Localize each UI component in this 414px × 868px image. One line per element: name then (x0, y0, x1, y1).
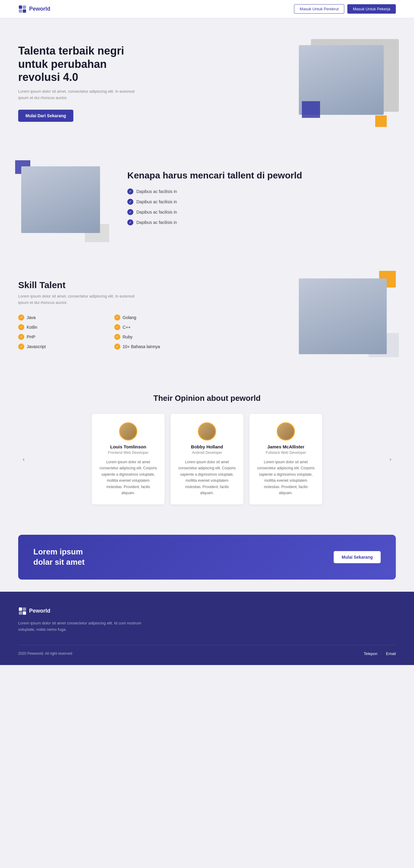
skill-item-cpp: ✓ C++ (114, 324, 198, 330)
svg-rect-6 (19, 611, 22, 615)
hero-text: Talenta terbaik negri untuk perubahan re… (18, 44, 146, 122)
list-item: ✓ Dapibus ac facilisis in (127, 188, 396, 194)
footer-description: Lorem ipsum dolor sit amet consectetur a… (18, 620, 146, 633)
cta-title: Lorem ipsumdolar sit amet (33, 547, 85, 567)
skill-label-more: 10+ Bahasa lainnya (123, 344, 160, 349)
footer-links: Telepon Email (364, 651, 396, 656)
brand-name: Peworld (29, 6, 50, 12)
why-item-1: Dapibus ac facilisis in (137, 189, 177, 194)
list-item: ✓ Dapibus ac facilisis in (127, 209, 396, 215)
skill-item-javascript: ✓ Javascript (18, 344, 102, 350)
check-icon-2: ✓ (127, 199, 134, 205)
carousel-next-button[interactable]: › (385, 454, 396, 465)
skill-check-kotlin: ✓ (18, 324, 24, 330)
testimonial-role-2: Android Developer (178, 451, 236, 455)
cta-section: Lorem ipsumdolar sit amet Mulai Sekarang (0, 523, 414, 592)
testimonial-name-2: Bobby Holland (178, 444, 236, 449)
hero-accent-purple (302, 101, 320, 118)
why-list: ✓ Dapibus ac facilisis in ✓ Dapibus ac f… (127, 188, 396, 225)
why-section: Kenapa harus mencari tallent di peworld … (0, 145, 414, 254)
skill-check-more: ✓ (114, 344, 120, 350)
check-icon-4: ✓ (127, 219, 134, 225)
footer-copyright: 2020 Pewworld. All right reserved (18, 651, 72, 656)
skill-item-ruby: ✓ Ruby (114, 334, 198, 340)
testimonial-text-2: Lorem ipsum dolor sit amet consectetur a… (178, 459, 236, 496)
svg-rect-0 (19, 5, 22, 9)
cta-box: Lorem ipsumdolar sit amet Mulai Sekarang (18, 535, 396, 580)
login-recruiter-button[interactable]: Masuk Untuk Perekrut (294, 4, 345, 13)
list-item: ✓ Dapibus ac facilisis in (127, 219, 396, 225)
carousel-prev-button[interactable]: ‹ (18, 454, 29, 465)
skill-label-golang: Golang (123, 315, 137, 320)
login-worker-button[interactable]: Masuk Untuk Pekerja (347, 4, 396, 13)
hero-image-container (299, 42, 396, 124)
footer-link-email[interactable]: Email (386, 651, 396, 656)
hero-description: Lorem ipsum dolor sit amet, consectetur … (18, 89, 146, 101)
skill-label-ruby: Ruby (123, 335, 133, 339)
check-icon-1: ✓ (127, 188, 134, 194)
skill-item-php: ✓ PHP (18, 334, 102, 340)
testimonial-avatar-1 (119, 422, 137, 440)
hero-cta-button[interactable]: Mulai Dari Sekarang (18, 110, 73, 122)
skill-item-java: ✓ Java (18, 314, 102, 320)
why-image-main (21, 166, 100, 233)
testimonial-card-2: Bobby Holland Android Developer Lorem ip… (171, 414, 243, 504)
testimonial-role-3: Fullstack Web Developer (257, 451, 315, 455)
skill-grid: ✓ Java ✓ Golang ✓ Kotlin ✓ C++ ✓ PHP ✓ R… (18, 314, 198, 350)
why-item-3: Dapibus ac facilisis in (137, 210, 177, 215)
skill-title: Skill Talent (18, 280, 198, 290)
footer: Peworld Lorem ipsum dolor sit amet conse… (0, 592, 414, 665)
skill-check-golang: ✓ (114, 314, 120, 320)
brand-logo: Peworld (18, 5, 50, 13)
testimonial-card-1: Louis Tomlinson Frontend Web Developer L… (92, 414, 165, 504)
testimonial-cards: Louis Tomlinson Frontend Web Developer L… (29, 414, 385, 504)
footer-logo-icon (18, 607, 27, 615)
testimonial-role-1: Frontend Web Developer (99, 451, 157, 455)
list-item: ✓ Dapibus ac facilisis in (127, 199, 396, 205)
svg-rect-3 (23, 9, 26, 13)
hero-accent-yellow (375, 116, 387, 127)
footer-bottom: 2020 Pewworld. All right reserved Telepo… (18, 645, 396, 656)
skill-item-more: ✓ 10+ Bahasa lainnya (114, 344, 198, 350)
testimonial-carousel: ‹ Louis Tomlinson Frontend Web Developer… (18, 414, 396, 504)
skill-image-main (299, 278, 387, 354)
cta-button[interactable]: Mulai Sekarang (334, 551, 381, 563)
why-item-2: Dapibus ac facilisis in (137, 199, 177, 204)
skill-check-javascript: ✓ (18, 344, 24, 350)
why-title: Kenapa harus mencari tallent di peworld (127, 170, 396, 181)
testimonial-name-3: James McAllister (257, 444, 315, 449)
skill-label-javascript: Javascript (27, 344, 46, 349)
svg-rect-4 (19, 608, 22, 611)
skill-check-java: ✓ (18, 314, 24, 320)
footer-link-telepon[interactable]: Telepon (364, 651, 378, 656)
testimonial-avatar-3 (277, 422, 295, 440)
skill-item-kotlin: ✓ Kotlin (18, 324, 102, 330)
skill-description: Lorem ipsum dolor sit amet, consectetur … (18, 293, 140, 306)
skill-check-cpp: ✓ (114, 324, 120, 330)
logo-icon (18, 5, 27, 13)
why-item-4: Dapibus ac facilisis in (137, 220, 177, 225)
skill-label-cpp: C++ (123, 325, 130, 330)
skill-label-kotlin: Kotlin (27, 325, 37, 330)
testimonial-text-1: Lorem ipsum dolor sit amet consectetur a… (99, 459, 157, 496)
svg-rect-2 (19, 9, 22, 13)
why-image-container (18, 163, 103, 236)
skill-text: Skill Talent Lorem ipsum dolor sit amet,… (18, 280, 198, 350)
why-text: Kenapa harus mencari tallent di peworld … (127, 170, 396, 230)
testimonial-card-3: James McAllister Fullstack Web Developer… (249, 414, 322, 504)
testimonial-name-1: Louis Tomlinson (99, 444, 157, 449)
skill-section: Skill Talent Lorem ipsum dolor sit amet,… (0, 254, 414, 375)
check-icon-3: ✓ (127, 209, 134, 215)
footer-brand-name: Peworld (29, 608, 50, 614)
svg-rect-5 (23, 608, 26, 611)
testimonial-avatar-2 (198, 422, 216, 440)
skill-image-container (299, 272, 396, 357)
navbar: Peworld Masuk Untuk Perekrut Masuk Untuk… (0, 0, 414, 18)
svg-rect-1 (23, 5, 26, 9)
why-image-wrapper (18, 163, 109, 236)
hero-section: Talenta terbaik negri untuk perubahan re… (0, 18, 414, 145)
skill-label-java: Java (27, 315, 36, 320)
hero-title: Talenta terbaik negri untuk perubahan re… (18, 44, 146, 84)
skill-image-wrapper (216, 272, 396, 357)
testimonials-title: Their Opinion about peworld (18, 394, 396, 403)
